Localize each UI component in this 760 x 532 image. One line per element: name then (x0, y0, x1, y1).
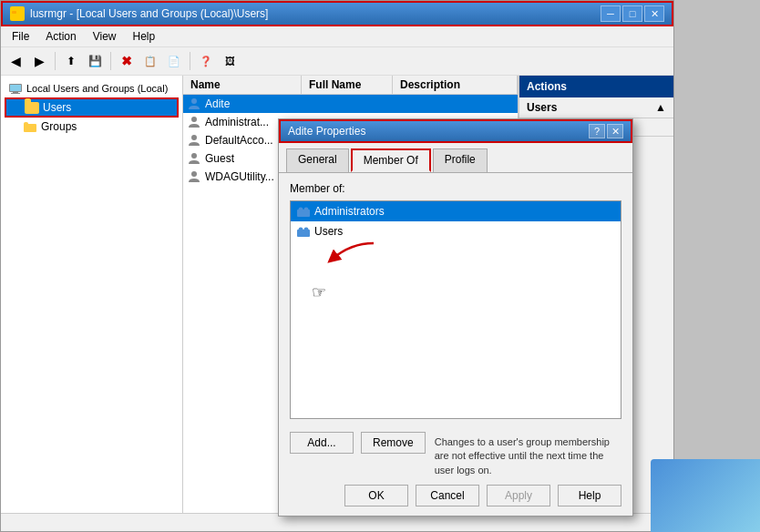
note-text: Changes to a user's group membership are… (435, 435, 621, 477)
svg-point-18 (299, 228, 303, 232)
help-button[interactable]: Help (558, 485, 621, 506)
member-item-users[interactable]: Users (291, 221, 621, 241)
dialog-title: Adite Properties (288, 125, 365, 138)
dialog-title-controls: ? ✕ (589, 124, 623, 138)
tab-bar: General Member Of Profile (279, 143, 632, 172)
dialog-close-button[interactable]: ✕ (607, 124, 623, 138)
ok-button[interactable]: OK (344, 485, 408, 506)
member-of-label: Member of: (290, 182, 621, 195)
dialog-help-icon-button[interactable]: ? (589, 124, 605, 138)
svg-point-19 (304, 228, 309, 232)
group-icon-administrators (296, 204, 311, 219)
cancel-button[interactable]: Cancel (416, 485, 479, 506)
tab-profile[interactable]: Profile (433, 148, 488, 172)
tab-member-of[interactable]: Member Of (351, 148, 431, 172)
member-item-administrators[interactable]: Administrators (291, 201, 621, 221)
tab-general-label: General (298, 153, 337, 166)
dialog-title-bar: Adite Properties ? ✕ (279, 119, 632, 143)
svg-point-16 (304, 208, 309, 212)
member-users-label: Users (314, 225, 343, 238)
tab-profile-label: Profile (445, 153, 476, 166)
properties-dialog: Adite Properties ? ✕ General Member Of P… (278, 118, 633, 517)
tab-general[interactable]: General (286, 148, 349, 172)
member-administrators-label: Administrators (314, 205, 385, 218)
member-list[interactable]: Administrators Users (290, 200, 621, 419)
dialog-content: Member of: Administrators (279, 172, 632, 428)
remove-button[interactable]: Remove (361, 432, 426, 454)
apply-button[interactable]: Apply (487, 485, 550, 506)
dialog-overlay: Adite Properties ? ✕ General Member Of P… (0, 0, 760, 532)
group-icon-users (296, 224, 311, 239)
tab-member-of-label: Member Of (364, 154, 418, 167)
svg-point-15 (299, 208, 303, 212)
add-button[interactable]: Add... (290, 432, 354, 454)
